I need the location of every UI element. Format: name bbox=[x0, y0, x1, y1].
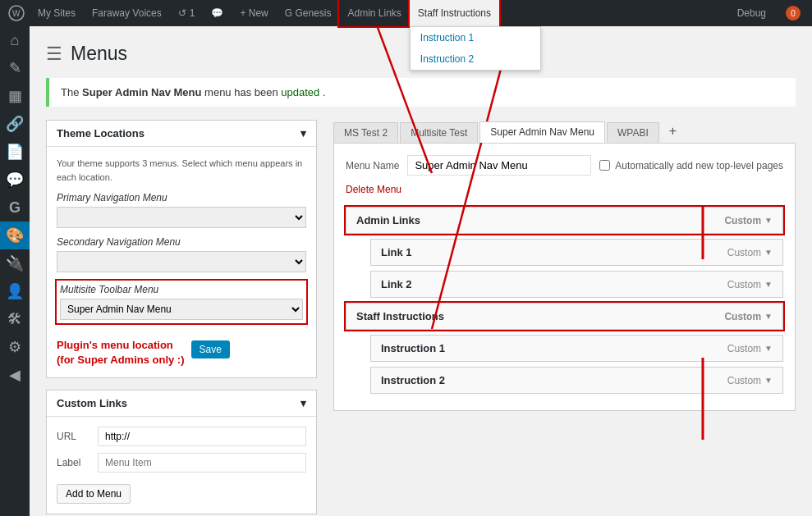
adminbar-updates[interactable]: ↺ 1 bbox=[170, 0, 204, 26]
instruction1-chevron: ▼ bbox=[764, 344, 773, 353]
tab-super-admin-nav[interactable]: Super Admin Nav Menu bbox=[479, 121, 605, 143]
sidebar-item-users[interactable]: 👤 bbox=[0, 277, 30, 305]
notice-menu-name: Super Admin Nav Menu bbox=[82, 86, 201, 98]
adminbar-debug-count[interactable]: 0 bbox=[774, 0, 809, 26]
notice-text-start: The bbox=[61, 86, 82, 98]
adminbar-new[interactable]: + New bbox=[232, 0, 276, 26]
theme-locations-body: Your theme supports 3 menus. Select whic… bbox=[47, 147, 316, 377]
link2-chevron: ▼ bbox=[764, 280, 773, 289]
save-button[interactable]: Save bbox=[191, 340, 230, 358]
staff-instructions-dropdown: Instruction 1 Instruction 2 bbox=[410, 26, 541, 71]
adminbar-staff-instructions[interactable]: Staff Instructions Instruction 1 Instruc… bbox=[410, 0, 499, 26]
tab-add-button[interactable]: + bbox=[661, 120, 685, 143]
secondary-nav-location: Secondary Navigation Menu bbox=[57, 236, 306, 272]
theme-locations-desc: Your theme supports 3 menus. Select whic… bbox=[57, 157, 306, 184]
sidebar-item-collapse[interactable]: ◀ bbox=[0, 361, 30, 389]
comment-icon: 💬 bbox=[211, 7, 223, 19]
menu-name-input[interactable] bbox=[407, 155, 591, 176]
admin-links-type: Custom ▼ bbox=[724, 215, 773, 226]
sidebar-item-g[interactable]: G bbox=[0, 194, 30, 221]
sidebar-item-posts[interactable]: ✎ bbox=[0, 54, 30, 82]
adminbar-debug[interactable]: Debug bbox=[729, 0, 774, 26]
multisite-toolbar-select[interactable]: Super Admin Nav Menu bbox=[60, 299, 303, 320]
secondary-nav-select[interactable] bbox=[57, 251, 306, 272]
wp-logo-icon[interactable]: W bbox=[3, 0, 30, 26]
menu-tabs: MS Test 2 Multisite Test Super Admin Nav… bbox=[333, 120, 796, 144]
tab-wpabi[interactable]: WPABI bbox=[607, 122, 659, 143]
primary-nav-location: Primary Navigation Menu bbox=[57, 192, 306, 228]
link1-type: Custom ▼ bbox=[727, 247, 773, 258]
add-to-menu-button[interactable]: Add to Menu bbox=[57, 484, 131, 504]
theme-locations-header[interactable]: Theme Locations ▾ bbox=[47, 121, 316, 147]
sidebar-item-pages[interactable]: 📄 bbox=[0, 138, 30, 166]
adminbar-admin-links[interactable]: Admin Links bbox=[339, 0, 409, 26]
notice-status: updated bbox=[281, 86, 319, 98]
sidebar-item-plugins[interactable]: 🔌 bbox=[0, 249, 30, 277]
label-field-row: Label bbox=[57, 453, 306, 473]
adminbar-genesis[interactable]: G Genesis bbox=[277, 0, 340, 26]
dropdown-instruction2[interactable]: Instruction 2 bbox=[411, 48, 540, 70]
staff-instructions-type: Custom ▼ bbox=[724, 311, 773, 322]
adminbar-faraway-voices-label: Faraway Voices bbox=[92, 7, 162, 19]
sidebar-item-settings[interactable]: ⚙ bbox=[0, 333, 30, 361]
update-notice: The Super Admin Nav Menu menu has been u… bbox=[46, 78, 796, 107]
admin-bar: W My Sites Faraway Voices ↺ 1 💬 + New G … bbox=[0, 0, 812, 26]
url-label: URL bbox=[57, 431, 89, 442]
menu-item-instruction1[interactable]: Instruction 1 Custom ▼ bbox=[370, 335, 783, 362]
left-panel: Theme Locations ▾ Your theme supports 3 … bbox=[46, 120, 317, 516]
sidebar-item-media[interactable]: ▦ bbox=[0, 82, 30, 110]
menu-item-link2[interactable]: Link 2 Custom ▼ bbox=[370, 271, 783, 298]
admin-sidebar: ⌂ ✎ ▦ 🔗 📄 💬 G 🎨 🔌 👤 🛠 ⚙ ◀ bbox=[0, 26, 30, 516]
custom-links-header[interactable]: Custom Links ▾ bbox=[47, 390, 316, 417]
multisite-toolbar-location: Multisite Toolbar Menu Super Admin Nav M… bbox=[57, 281, 306, 323]
link1-label: Link 1 bbox=[381, 246, 412, 258]
menu-item-staff-instructions[interactable]: Staff Instructions Custom ▼ bbox=[346, 303, 783, 330]
menu-name-label: Menu Name bbox=[346, 160, 399, 171]
sidebar-item-comments[interactable]: 💬 bbox=[0, 166, 30, 194]
admin-menu: ⌂ ✎ ▦ 🔗 📄 💬 G 🎨 🔌 👤 🛠 ⚙ ◀ bbox=[0, 26, 30, 389]
primary-nav-select[interactable] bbox=[57, 207, 306, 228]
notice-text-mid: menu has been bbox=[204, 86, 281, 98]
tab-ms-test2[interactable]: MS Test 2 bbox=[333, 122, 398, 143]
custom-links-box: Custom Links ▾ URL Label Add to Menu bbox=[46, 390, 317, 514]
right-panel: MS Test 2 Multisite Test Super Admin Nav… bbox=[333, 120, 796, 516]
sidebar-item-dashboard[interactable]: ⌂ bbox=[0, 26, 30, 54]
label-label: Label bbox=[57, 457, 89, 468]
menu-name-row: Menu Name Automatically add new top-leve… bbox=[346, 155, 783, 176]
auto-add-checkbox[interactable] bbox=[599, 160, 610, 171]
adminbar-my-sites[interactable]: My Sites bbox=[30, 0, 84, 26]
adminbar-debug-label: Debug bbox=[737, 7, 766, 19]
adminbar-comments[interactable]: 💬 bbox=[203, 0, 232, 26]
adminbar-faraway-voices[interactable]: Faraway Voices bbox=[84, 0, 170, 26]
link1-chevron: ▼ bbox=[764, 248, 773, 257]
admin-links-chevron: ▼ bbox=[764, 216, 773, 225]
tab-multisite-test[interactable]: Multisite Test bbox=[400, 122, 478, 143]
menu-item-link1[interactable]: Link 1 Custom ▼ bbox=[370, 239, 783, 266]
dropdown-instruction1[interactable]: Instruction 1 bbox=[411, 27, 540, 48]
adminbar-genesis-label: G Genesis bbox=[285, 7, 332, 19]
instruction2-chevron: ▼ bbox=[764, 376, 773, 385]
menu-editor: Menu Name Automatically add new top-leve… bbox=[333, 144, 796, 411]
secondary-nav-label: Secondary Navigation Menu bbox=[57, 236, 306, 248]
notice-text-end: . bbox=[323, 86, 326, 98]
menu-item-admin-links[interactable]: Admin Links Custom ▼ bbox=[346, 207, 783, 234]
staff-instructions-label: Staff Instructions bbox=[356, 310, 444, 322]
menus-layout: Theme Locations ▾ Your theme supports 3 … bbox=[46, 120, 796, 516]
instruction1-label: Instruction 1 bbox=[381, 342, 445, 354]
menu-item-instruction2[interactable]: Instruction 2 Custom ▼ bbox=[370, 367, 783, 394]
debug-count-badge: 0 bbox=[786, 6, 801, 21]
primary-nav-label: Primary Navigation Menu bbox=[57, 192, 306, 203]
multisite-toolbar-label: Multisite Toolbar Menu bbox=[60, 284, 303, 295]
adminbar-staff-instructions-label: Staff Instructions bbox=[418, 7, 491, 19]
plugin-location-text: Plugin's menu location (for Super Admins… bbox=[57, 338, 185, 368]
adminbar-new-label: + New bbox=[240, 7, 268, 19]
sidebar-item-appearance[interactable]: 🎨 bbox=[0, 221, 30, 249]
url-input[interactable] bbox=[98, 427, 306, 446]
delete-menu-link[interactable]: Delete Menu bbox=[346, 184, 783, 195]
label-input[interactable] bbox=[98, 453, 306, 473]
page-title: Menus bbox=[71, 43, 127, 65]
sidebar-item-links[interactable]: 🔗 bbox=[0, 110, 30, 138]
menus-icon: ☰ bbox=[46, 43, 62, 65]
admin-links-label: Admin Links bbox=[356, 214, 420, 226]
sidebar-item-tools[interactable]: 🛠 bbox=[0, 305, 30, 333]
